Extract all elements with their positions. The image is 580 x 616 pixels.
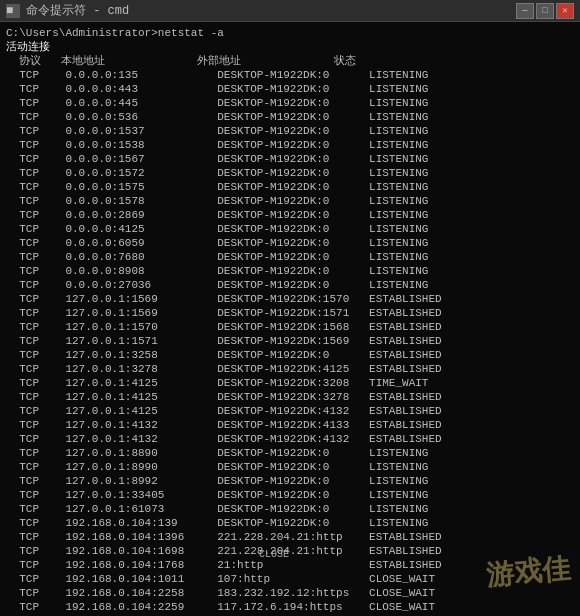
- table-row: TCP 127.0.0.1:8992 DESKTOP-M1922DK:0 LIS…: [6, 475, 428, 487]
- table-row: TCP 127.0.0.1:4132 DESKTOP-M1922DK:4132 …: [6, 433, 442, 445]
- table-row: TCP 127.0.0.1:1570 DESKTOP-M1922DK:1568 …: [6, 321, 442, 333]
- table-row: TCP 127.0.0.1:1571 DESKTOP-M1922DK:1569 …: [6, 335, 442, 347]
- terminal-output: C:\Users\Administrator>netstat -a 活动连接 协…: [0, 22, 580, 616]
- table-row: TCP 192.168.0.104:1396 221.228.204.21:ht…: [6, 531, 442, 543]
- table-row: TCP 192.168.0.104:2258 183.232.192.12:ht…: [6, 587, 435, 599]
- table-row: TCP 0.0.0.0:1578 DESKTOP-M1922DK:0 LISTE…: [6, 195, 428, 207]
- title-bar: ■ 命令提示符 - cmd ─ □ ✕: [0, 0, 580, 22]
- table-row: TCP 127.0.0.1:4125 DESKTOP-M1922DK:4132 …: [6, 405, 442, 417]
- table-row: TCP 0.0.0.0:1538 DESKTOP-M1922DK:0 LISTE…: [6, 139, 428, 151]
- title-bar-left: ■ 命令提示符 - cmd: [6, 2, 129, 19]
- table-row: TCP 192.168.0.104:1768 21:http ESTABLISH…: [6, 559, 442, 571]
- table-row: TCP 0.0.0.0:1575 DESKTOP-M1922DK:0 LISTE…: [6, 181, 428, 193]
- section-header: 活动连接: [6, 41, 50, 53]
- table-row: TCP 0.0.0.0:1572 DESKTOP-M1922DK:0 LISTE…: [6, 167, 428, 179]
- maximize-button[interactable]: □: [536, 3, 554, 19]
- table-row: TCP 0.0.0.0:8908 DESKTOP-M1922DK:0 LISTE…: [6, 265, 428, 277]
- table-row: TCP 0.0.0.0:6059 DESKTOP-M1922DK:0 LISTE…: [6, 237, 428, 249]
- cmd-icon: ■: [6, 4, 20, 18]
- table-row: TCP 0.0.0.0:27036 DESKTOP-M1922DK:0 LIST…: [6, 279, 428, 291]
- table-row: TCP 0.0.0.0:1537 DESKTOP-M1922DK:0 LISTE…: [6, 125, 428, 137]
- table-row: TCP 127.0.0.1:3258 DESKTOP-M1922DK:0 EST…: [6, 349, 442, 361]
- table-row: TCP 192.168.0.104:139 DESKTOP-M1922DK:0 …: [6, 517, 428, 529]
- table-row: TCP 127.0.0.1:1569 DESKTOP-M1922DK:1571 …: [6, 307, 442, 319]
- table-row: TCP 127.0.0.1:8890 DESKTOP-M1922DK:0 LIS…: [6, 447, 428, 459]
- title-bar-controls[interactable]: ─ □ ✕: [516, 3, 574, 19]
- col-headers: 协议 本地地址 外部地址 状态: [6, 55, 356, 67]
- close-label: CLOSE: [259, 549, 289, 560]
- table-row: TCP 0.0.0.0:1567 DESKTOP-M1922DK:0 LISTE…: [6, 153, 428, 165]
- table-row: TCP 127.0.0.1:8990 DESKTOP-M1922DK:0 LIS…: [6, 461, 428, 473]
- table-row: TCP 0.0.0.0:445 DESKTOP-M1922DK:0 LISTEN…: [6, 97, 428, 109]
- table-row: TCP 0.0.0.0:4125 DESKTOP-M1922DK:0 LISTE…: [6, 223, 428, 235]
- close-button[interactable]: ✕: [556, 3, 574, 19]
- table-row: TCP 0.0.0.0:2869 DESKTOP-M1922DK:0 LISTE…: [6, 209, 428, 221]
- table-row: TCP 192.168.0.104:1011 107:http CLOSE_WA…: [6, 573, 435, 585]
- table-row: TCP 192.168.0.104:1698 221.228.204.21:ht…: [6, 545, 442, 557]
- table-row: TCP 0.0.0.0:7680 DESKTOP-M1922DK:0 LISTE…: [6, 251, 428, 263]
- table-row: TCP 0.0.0.0:536 DESKTOP-M1922DK:0 LISTEN…: [6, 111, 428, 123]
- prompt-line: C:\Users\Administrator>netstat -a: [6, 27, 224, 39]
- table-row: TCP 127.0.0.1:4132 DESKTOP-M1922DK:4133 …: [6, 419, 442, 431]
- table-row: TCP 127.0.0.1:4125 DESKTOP-M1922DK:3208 …: [6, 377, 428, 389]
- minimize-button[interactable]: ─: [516, 3, 534, 19]
- table-row: TCP 127.0.0.1:3278 DESKTOP-M1922DK:4125 …: [6, 363, 442, 375]
- table-row: TCP 0.0.0.0:135 DESKTOP-M1922DK:0 LISTEN…: [6, 69, 428, 81]
- table-row: TCP 127.0.0.1:1569 DESKTOP-M1922DK:1570 …: [6, 293, 442, 305]
- title-text: 命令提示符 - cmd: [26, 2, 129, 19]
- table-row: TCP 0.0.0.0:443 DESKTOP-M1922DK:0 LISTEN…: [6, 83, 428, 95]
- table-row: TCP 127.0.0.1:33405 DESKTOP-M1922DK:0 LI…: [6, 489, 428, 501]
- table-row: TCP 127.0.0.1:4125 DESKTOP-M1922DK:3278 …: [6, 391, 442, 403]
- table-row: TCP 127.0.0.1:61073 DESKTOP-M1922DK:0 LI…: [6, 503, 428, 515]
- table-row: TCP 192.168.0.104:2259 117.172.6.194:htt…: [6, 601, 435, 613]
